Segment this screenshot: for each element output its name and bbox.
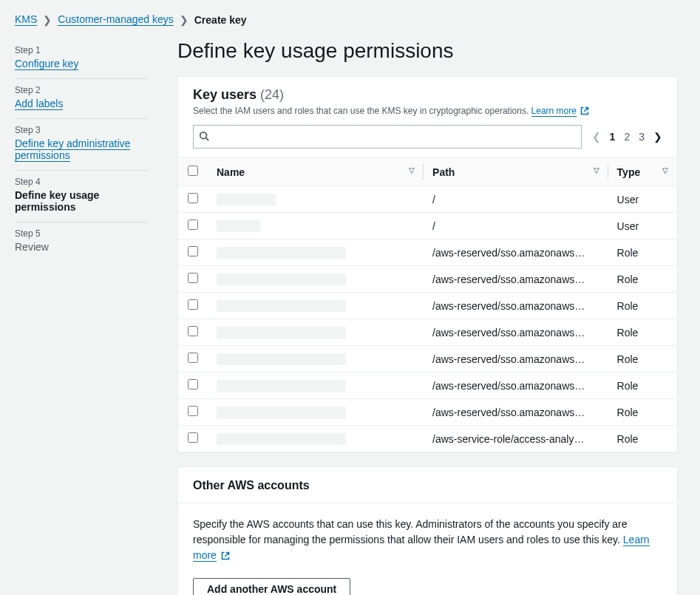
redacted-name: [217, 194, 276, 205]
column-header-type[interactable]: Type▽: [608, 158, 677, 186]
learn-more-link[interactable]: Learn more: [531, 106, 577, 117]
cell-type: Role: [608, 239, 677, 266]
row-checkbox[interactable]: [188, 326, 198, 336]
page-next-icon[interactable]: ❯: [653, 131, 662, 143]
row-checkbox[interactable]: [188, 246, 198, 256]
breadcrumb-link-kms[interactable]: KMS: [15, 13, 37, 26]
key-users-table: Name▽ Path▽ Type▽ / User / User /aws-res…: [178, 157, 677, 452]
cell-type: Role: [608, 426, 677, 452]
page-prev-icon[interactable]: ❮: [592, 131, 601, 143]
key-users-heading: Key users: [193, 87, 256, 102]
cell-path: /aws-reserved/sso.amazonaws…: [424, 373, 608, 399]
row-checkbox[interactable]: [188, 432, 198, 443]
key-users-panel: Key users (24) Select the IAM users and …: [177, 76, 678, 453]
row-checkbox[interactable]: [188, 220, 198, 230]
page-number[interactable]: 1: [610, 131, 616, 143]
chevron-right-icon: ❯: [43, 14, 52, 26]
step-label: Step 3: [15, 125, 148, 135]
step-link-admin-permissions[interactable]: Define key administrative permissions: [15, 137, 130, 162]
sort-icon: ▽: [594, 166, 599, 174]
search-input[interactable]: [193, 125, 582, 149]
step-link-configure-key[interactable]: Configure key: [15, 58, 78, 70]
breadcrumb: KMS ❯ Customer-managed keys ❯ Create key: [15, 13, 678, 26]
cell-path: /aws-reserved/sso.amazonaws…: [424, 266, 608, 293]
table-row: /aws-reserved/sso.amazonaws… Role: [178, 373, 677, 399]
table-row: /aws-service-role/access-analy… Role: [178, 426, 677, 452]
key-users-count: (24): [260, 87, 284, 102]
redacted-name: [217, 353, 346, 365]
other-accounts-panel: Other AWS accounts Specify the AWS accou…: [177, 466, 678, 595]
cell-type: Role: [608, 373, 677, 399]
main-content: Define key usage permissions Key users (…: [177, 39, 678, 595]
external-link-icon: [221, 549, 230, 565]
table-row: / User: [178, 186, 677, 213]
step-label: Step 2: [15, 85, 148, 95]
chevron-right-icon: ❯: [180, 14, 188, 26]
redacted-name: [217, 327, 346, 339]
cell-path: /: [424, 213, 608, 239]
cell-type: Role: [608, 266, 677, 293]
cell-path: /aws-reserved/sso.amazonaws…: [424, 293, 608, 319]
cell-path: /: [424, 186, 608, 213]
cell-type: User: [608, 213, 677, 239]
row-checkbox[interactable]: [188, 379, 198, 390]
redacted-name: [217, 247, 346, 259]
table-row: /aws-reserved/sso.amazonaws… Role: [178, 346, 677, 373]
row-checkbox[interactable]: [188, 193, 198, 203]
step-future-review: Review: [15, 241, 148, 253]
cell-type: Role: [608, 346, 677, 373]
table-row: /aws-reserved/sso.amazonaws… Role: [178, 266, 677, 293]
wizard-step: Step 5 Review: [15, 222, 148, 262]
cell-path: /aws-service-role/access-analy…: [424, 426, 608, 452]
redacted-name: [217, 407, 346, 418]
row-checkbox[interactable]: [188, 353, 198, 363]
column-header-name[interactable]: Name▽: [208, 158, 424, 186]
redacted-name: [217, 220, 261, 232]
wizard-step: Step 4 Define key usage permissions: [15, 171, 148, 222]
cell-type: User: [608, 186, 677, 213]
cell-path: /aws-reserved/sso.amazonaws…: [424, 346, 608, 373]
redacted-name: [217, 300, 346, 312]
search-icon: [199, 131, 209, 143]
row-checkbox[interactable]: [188, 299, 198, 310]
row-checkbox[interactable]: [188, 406, 198, 416]
svg-point-0: [200, 132, 207, 139]
cell-type: Role: [608, 399, 677, 426]
other-accounts-heading: Other AWS accounts: [193, 479, 662, 492]
table-row: /aws-reserved/sso.amazonaws… Role: [178, 293, 677, 319]
step-link-add-labels[interactable]: Add labels: [15, 98, 63, 110]
paginator: ❮ 1 2 3 ❯: [592, 131, 662, 143]
row-checkbox[interactable]: [188, 273, 198, 283]
sort-icon: ▽: [662, 166, 668, 174]
breadcrumb-current: Create key: [194, 14, 247, 26]
wizard-step: Step 3 Define key administrative permiss…: [15, 119, 148, 171]
breadcrumb-link-cmk[interactable]: Customer-managed keys: [58, 13, 173, 26]
table-row: /aws-reserved/sso.amazonaws… Role: [178, 239, 677, 266]
cell-type: Role: [608, 293, 677, 319]
wizard-step: Step 1 Configure key: [15, 39, 148, 79]
add-aws-account-button[interactable]: Add another AWS account: [193, 578, 350, 595]
wizard-step: Step 2 Add labels: [15, 79, 148, 119]
step-label: Step 5: [15, 228, 148, 239]
step-label: Step 1: [15, 45, 148, 55]
page-number[interactable]: 3: [639, 131, 645, 143]
table-row: / User: [178, 213, 677, 239]
external-link-icon: [580, 106, 589, 118]
page-number[interactable]: 2: [624, 131, 630, 143]
redacted-name: [217, 273, 346, 285]
wizard-steps-sidebar: Step 1 Configure key Step 2 Add labels S…: [15, 39, 148, 595]
cell-path: /aws-reserved/sso.amazonaws…: [424, 239, 608, 266]
redacted-name: [217, 380, 346, 392]
column-header-path[interactable]: Path▽: [424, 158, 608, 186]
table-row: /aws-reserved/sso.amazonaws… Role: [178, 319, 677, 346]
select-all-checkbox[interactable]: [188, 166, 198, 176]
table-row: /aws-reserved/sso.amazonaws… Role: [178, 399, 677, 426]
cell-path: /aws-reserved/sso.amazonaws…: [424, 319, 608, 346]
step-current-usage-permissions: Define key usage permissions: [15, 189, 148, 213]
step-label: Step 4: [15, 177, 148, 187]
key-users-description: Select the IAM users and roles that can …: [193, 106, 529, 116]
sort-icon: ▽: [409, 166, 415, 174]
page-title: Define key usage permissions: [177, 39, 678, 63]
other-accounts-description: Specify the AWS accounts that can use th…: [193, 518, 628, 545]
cell-path: /aws-reserved/sso.amazonaws…: [424, 399, 608, 426]
